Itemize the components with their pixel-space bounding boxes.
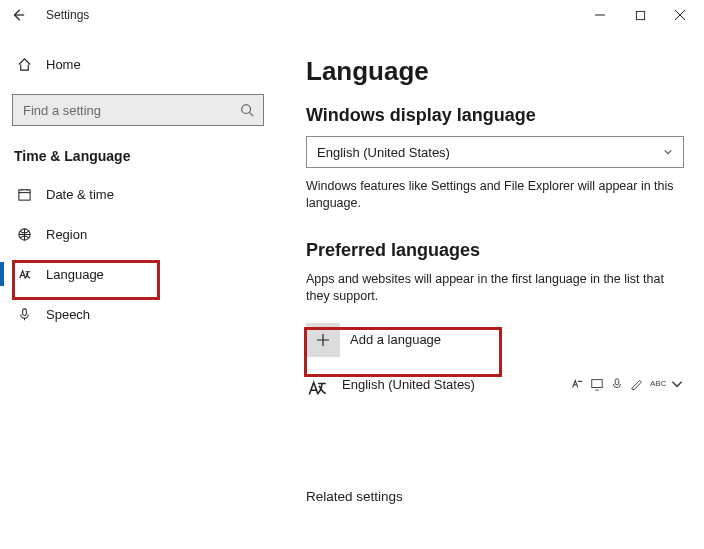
abc-feature-icon: ABC <box>650 377 664 391</box>
page-title: Language <box>306 56 684 87</box>
close-button[interactable] <box>660 1 700 29</box>
handwriting-feature-icon <box>630 377 644 391</box>
display-language-desc: Windows features like Settings and File … <box>306 178 684 212</box>
svg-rect-6 <box>615 378 619 384</box>
sidebar-item-label: Language <box>46 267 104 282</box>
close-icon <box>674 9 686 21</box>
svg-rect-2 <box>18 189 29 199</box>
svg-point-1 <box>242 105 251 114</box>
svg-rect-4 <box>22 308 26 315</box>
maximize-button[interactable] <box>620 1 660 29</box>
app-title: Settings <box>46 8 89 22</box>
sidebar-item-region[interactable]: Region <box>12 214 272 254</box>
display-language-combobox[interactable]: English (United States) <box>306 136 684 168</box>
sidebar-item-speech[interactable]: Speech <box>12 294 272 334</box>
sidebar-item-date-time[interactable]: Date & time <box>12 174 272 214</box>
globe-icon <box>17 227 32 242</box>
plus-icon <box>316 333 330 347</box>
calendar-clock-icon <box>17 187 32 202</box>
search-input[interactable] <box>21 102 239 119</box>
language-feature-icons: ABC <box>570 377 684 391</box>
minimize-button[interactable] <box>580 1 620 29</box>
sidebar-item-label: Home <box>46 57 81 72</box>
preferred-desc: Apps and websites will appear in the fir… <box>306 271 684 305</box>
section-preferred-heading: Preferred languages <box>306 240 684 261</box>
related-settings-heading: Related settings <box>306 489 684 504</box>
language-item-name: English (United States) <box>342 377 558 392</box>
speech-feature-icon <box>610 377 624 391</box>
home-icon <box>17 57 32 72</box>
svg-rect-5 <box>592 379 603 387</box>
display-lang-feature-icon <box>570 377 584 391</box>
svg-rect-0 <box>636 11 644 19</box>
tts-feature-icon <box>590 377 604 391</box>
sidebar-item-language[interactable]: Language <box>12 254 272 294</box>
sidebar: Home Time & Language Date & time Reg <box>0 30 282 549</box>
language-item[interactable]: English (United States) ABC <box>306 377 684 399</box>
back-arrow-icon <box>11 8 25 22</box>
sidebar-item-label: Region <box>46 227 87 242</box>
sidebar-item-home[interactable]: Home <box>12 46 270 82</box>
language-icon <box>306 377 328 399</box>
minimize-icon <box>594 9 606 21</box>
sidebar-section-header: Time & Language <box>14 148 270 164</box>
sidebar-item-label: Date & time <box>46 187 114 202</box>
back-button[interactable] <box>4 1 32 29</box>
add-language-button[interactable]: Add a language <box>306 319 501 361</box>
plus-icon-box <box>306 323 340 357</box>
search-box[interactable] <box>12 94 264 126</box>
content: Language Windows display language Englis… <box>282 30 704 549</box>
search-icon <box>240 103 254 117</box>
add-language-label: Add a language <box>350 332 441 347</box>
sidebar-item-label: Speech <box>46 307 90 322</box>
chevron-down-icon <box>670 377 684 391</box>
chevron-down-icon <box>663 147 673 157</box>
section-display-heading: Windows display language <box>306 105 684 126</box>
display-language-value: English (United States) <box>317 145 450 160</box>
maximize-icon <box>635 10 646 21</box>
microphone-icon <box>17 307 32 322</box>
titlebar: Settings <box>0 0 704 30</box>
language-icon <box>17 267 32 282</box>
